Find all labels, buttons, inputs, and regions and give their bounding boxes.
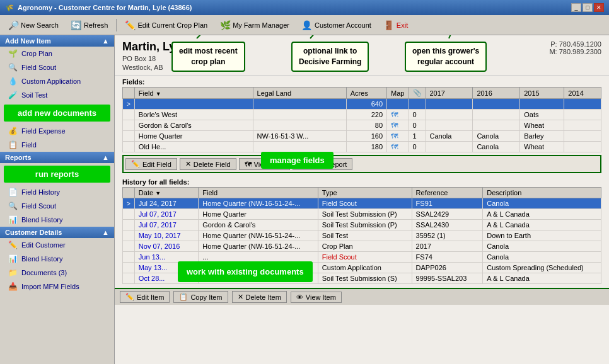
list-item[interactable]: Nov 07, 2016 Home Quarter (NW-16-51-24-.… (123, 241, 601, 252)
row-indicator (123, 230, 135, 241)
fields-col-2015[interactable]: 2015 (520, 88, 564, 99)
hist-col-indicator (123, 188, 135, 198)
description-cell: A & L Canada (483, 273, 601, 284)
refresh-button[interactable]: 🔄 Refresh (66, 18, 114, 33)
fields-col-2016[interactable]: 2016 (473, 88, 520, 99)
sidebar-item-soil-test[interactable]: 🧪 Soil Test (0, 88, 114, 102)
sidebar-item-edit-customer[interactable]: ✏️ Edit Customer (0, 238, 114, 252)
list-item[interactable]: Jul 07, 2017 Gordon & Carol's Soil Test … (123, 220, 601, 230)
field-cell: ... (199, 273, 318, 284)
y2017-cell (426, 120, 473, 131)
customer-header-wrapper: Martin, Lyle (43866) PO Box 18 Westlock,… (115, 35, 609, 76)
description-cell: Custom Spreading (Scheduled) (483, 263, 601, 273)
sidebar-item-import-mfm[interactable]: 📥 Import MFM Fields (0, 280, 114, 293)
type-cell: Soil Test Submission (P) (318, 209, 412, 220)
row-indicator (123, 252, 135, 263)
map-cell: 🗺 (387, 120, 409, 131)
y2014-cell (564, 131, 601, 142)
edit-crop-plan-button[interactable]: ✏️ Edit Current Crop Plan (119, 18, 213, 33)
row-indicator (123, 120, 135, 131)
sidebar-item-field-expense[interactable]: 💰 Field Expense (0, 124, 114, 138)
edit-field-button[interactable]: ✏️ Edit Field (125, 158, 177, 170)
row-indicator (123, 142, 135, 152)
maximize-button[interactable]: □ (583, 3, 593, 12)
y2017-cell (426, 99, 473, 110)
acres-cell: 80 (346, 120, 386, 131)
date-cell: Jul 24, 2017 (134, 198, 198, 209)
sidebar-item-field-scout-report[interactable]: 🔍 Field Scout (0, 199, 114, 213)
exit-button[interactable]: 🚪 Exit (378, 18, 414, 33)
field-name-cell (134, 99, 253, 110)
hist-col-date[interactable]: Date ▼ (134, 188, 198, 198)
my-farm-manager-button[interactable]: 🌿 My Farm Manager (214, 18, 295, 33)
fields-toolbar: ✏️ Edit Field ✕ Delete Field 🗺 View Map … (122, 155, 601, 173)
delete-item-button[interactable]: ✕ Delete Item (232, 291, 287, 303)
close-button[interactable]: ✕ (594, 3, 604, 12)
table-row[interactable]: Old He... 180 🗺 0 Canola Wheat (123, 142, 601, 152)
fields-col-2014[interactable]: 2014 (564, 88, 601, 99)
add-new-callout: add new documents (4, 105, 110, 122)
hist-col-reference[interactable]: Reference (412, 188, 483, 198)
fields-col-clip: 📎 (409, 88, 426, 99)
map-cell: 🗺 (387, 142, 409, 152)
table-row[interactable]: Gordon & Carol's 80 🗺 0 Wheat (123, 120, 601, 131)
fields-table-container[interactable]: Field ▼ Legal Land Acres Map 📎 2017 2016… (115, 87, 609, 152)
sidebar-item-crop-plan[interactable]: 🌱 Crop Plan (0, 47, 114, 60)
sidebar-item-documents[interactable]: 📁 Documents (3) (0, 266, 114, 280)
sidebar-item-blend-history[interactable]: 📊 Blend History (0, 213, 114, 227)
list-item[interactable]: > Jul 24, 2017 Home Quarter (NW-16-51-24… (123, 198, 601, 209)
collapse-icon: ▲ (102, 37, 109, 45)
title-bar: 🌾 Agronomy - Customer Centre for Martin,… (0, 0, 609, 15)
fields-col-2017[interactable]: 2017 (426, 88, 473, 99)
run-reports-callout: run reports (4, 166, 110, 183)
list-item[interactable]: May 10, 2017 Home Quarter (NW-16-51-24-.… (123, 230, 601, 241)
type-cell: Custom Application (318, 263, 412, 273)
customer-address-line2: Westlock, AB (122, 64, 227, 71)
fields-col-legal[interactable]: Legal Land (253, 88, 346, 99)
field-cell: Home Quarter (NW-16-51-24-... (199, 230, 318, 241)
customer-details-header[interactable]: Customer Details ▲ (0, 227, 114, 238)
date-cell: Nov 07, 2016 (134, 241, 198, 252)
sidebar-item-field-history[interactable]: 📄 Field History (0, 185, 114, 199)
field-scout-report-icon: 🔍 (8, 201, 18, 211)
table-row[interactable]: > 640 (123, 99, 601, 110)
list-item[interactable]: Jul 07, 2017 Home Quarter Soil Test Subm… (123, 209, 601, 220)
view-item-button[interactable]: 👁 View Item (291, 292, 342, 303)
table-row[interactable]: Home Quarter NW-16-51-3 W... 160 🗺 1 Can… (123, 131, 601, 142)
table-row[interactable]: Borle's West 220 🗺 0 Oats (123, 110, 601, 120)
view-map-icon: 🗺 (245, 161, 252, 168)
list-item[interactable]: Jun 13... ... Field Scout FS74 Canola (123, 252, 601, 263)
date-cell: Jun 13... (134, 252, 198, 263)
minimize-button[interactable]: _ (571, 3, 581, 12)
new-search-button[interactable]: 🔎 New Search (3, 18, 64, 33)
y2017-cell (426, 110, 473, 120)
y2015-cell: Wheat (520, 120, 564, 131)
copy-item-button[interactable]: 📋 Copy Item (173, 291, 228, 303)
edit-item-button[interactable]: ✏️ Edit Item (120, 291, 170, 303)
history-table-container[interactable]: Date ▼ Field Type Reference Description … (115, 187, 609, 288)
delete-field-button[interactable]: ✕ Delete Field (180, 158, 236, 170)
customer-account-button[interactable]: 👤 Customer Account (296, 18, 377, 33)
fields-col-map[interactable]: Map (387, 88, 409, 99)
hist-col-description[interactable]: Description (483, 188, 601, 198)
add-new-header[interactable]: Add New Item ▲ (0, 35, 114, 47)
sidebar-item-field[interactable]: 📋 Field (0, 138, 114, 152)
sidebar-item-custom-application[interactable]: 💧 Custom Application (0, 74, 114, 88)
view-map-button[interactable]: 🗺 View Map (239, 158, 290, 170)
reference-cell: 35952 (1) (412, 230, 483, 241)
clip-cell: 0 (409, 142, 426, 152)
sidebar-item-field-scout[interactable]: 🔍 Field Scout (0, 60, 114, 74)
fields-col-acres[interactable]: Acres (346, 88, 386, 99)
hist-col-field[interactable]: Field (199, 188, 318, 198)
view-report-button[interactable]: 📄 View Report (293, 158, 353, 170)
hist-col-type[interactable]: Type (318, 188, 412, 198)
reports-collapse-icon: ▲ (102, 154, 109, 161)
list-item[interactable]: May 13... ... Custom Application DAPP026… (123, 263, 601, 273)
sidebar-item-blend-history-cust[interactable]: 📊 Blend History (0, 252, 114, 266)
soil-test-icon: 🧪 (8, 90, 18, 100)
list-item[interactable]: Oct 28... ... Soil Test Submission (S) 9… (123, 273, 601, 284)
map-cell (387, 99, 409, 110)
fields-col-field[interactable]: Field ▼ (134, 88, 253, 99)
farm-icon: 🌿 (220, 20, 230, 30)
reports-header[interactable]: Reports ▲ (0, 152, 114, 163)
